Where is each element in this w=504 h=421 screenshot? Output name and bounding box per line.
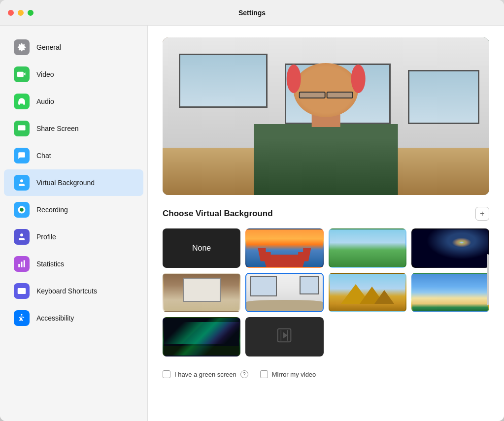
sidebar-label-general: General xyxy=(36,43,61,51)
close-button[interactable] xyxy=(8,10,14,16)
svg-point-1 xyxy=(20,179,23,182)
profile-icon xyxy=(14,229,30,245)
sidebar-item-audio[interactable]: Audio xyxy=(4,88,143,115)
settings-window: Settings General Video xyxy=(0,0,504,421)
sidebar-item-video[interactable]: Video xyxy=(4,61,143,88)
sidebar-label-accessibility: Accessibility xyxy=(36,314,74,322)
sidebar: General Video Audio xyxy=(0,26,148,421)
choose-bg-header: Choose Virtual Background + xyxy=(163,207,489,221)
bg-pyramids[interactable] xyxy=(329,273,406,312)
svg-rect-0 xyxy=(18,125,26,130)
footer-options: I have a green screen ? Mirror my video xyxy=(163,364,489,378)
bg-video-placeholder[interactable] xyxy=(245,317,323,356)
share-screen-icon xyxy=(14,121,30,136)
sidebar-label-recording: Recording xyxy=(36,206,68,214)
sidebar-label-share-screen: Share Screen xyxy=(36,125,79,132)
virtual-background-icon xyxy=(14,175,30,191)
titlebar: Settings xyxy=(0,0,504,26)
bg-space[interactable] xyxy=(411,228,489,268)
recording-icon xyxy=(14,202,30,218)
svg-rect-5 xyxy=(18,264,20,267)
bg-none[interactable]: None xyxy=(163,228,240,268)
video-play-icon xyxy=(276,327,292,346)
content-area: General Video Audio xyxy=(0,26,504,421)
video-preview-inner xyxy=(163,37,489,195)
statistics-icon xyxy=(14,256,30,272)
background-grid: None xyxy=(163,228,489,356)
maximize-button[interactable] xyxy=(28,10,34,16)
bg-office[interactable] xyxy=(245,273,323,312)
svg-point-4 xyxy=(20,233,23,236)
sidebar-item-general[interactable]: General xyxy=(4,34,143,61)
sidebar-item-virtual-background[interactable]: Virtual Background xyxy=(4,169,143,196)
sidebar-label-chat: Chat xyxy=(36,152,51,160)
sidebar-item-recording[interactable]: Recording xyxy=(4,196,143,223)
green-screen-checkbox[interactable] xyxy=(163,370,170,378)
accessibility-icon xyxy=(14,310,30,326)
svg-marker-11 xyxy=(283,332,288,338)
svg-rect-7 xyxy=(24,260,25,267)
sidebar-label-audio: Audio xyxy=(36,97,54,105)
headphones-icon xyxy=(14,94,30,109)
gear-icon xyxy=(14,39,30,55)
bg-aurora[interactable] xyxy=(163,317,240,356)
chat-icon xyxy=(14,148,30,163)
sidebar-item-chat[interactable]: Chat xyxy=(4,142,143,169)
video-preview xyxy=(163,37,489,195)
traffic-lights xyxy=(8,10,34,16)
background-grid-container: None xyxy=(163,228,489,356)
sidebar-item-statistics[interactable]: Statistics xyxy=(4,251,143,277)
sidebar-label-video: Video xyxy=(36,70,54,78)
sidebar-item-accessibility[interactable]: Accessibility xyxy=(4,305,143,331)
svg-point-9 xyxy=(21,314,23,316)
bg-whiteboard[interactable] xyxy=(163,273,240,312)
svg-rect-8 xyxy=(18,288,26,294)
green-screen-label: I have a green screen xyxy=(174,371,236,378)
help-icon[interactable]: ? xyxy=(240,370,248,378)
mirror-video-label: Mirror my video xyxy=(272,371,316,378)
scrollbar-track xyxy=(486,228,489,356)
green-screen-option: I have a green screen ? xyxy=(163,370,248,378)
main-content: Choose Virtual Background + None xyxy=(148,26,504,421)
add-icon: + xyxy=(480,209,484,218)
minimize-button[interactable] xyxy=(18,10,24,16)
bg-golden-gate[interactable] xyxy=(245,228,323,268)
sidebar-label-statistics: Statistics xyxy=(36,260,64,268)
mirror-video-checkbox[interactable] xyxy=(260,370,268,378)
keyboard-icon xyxy=(14,283,30,299)
svg-point-3 xyxy=(20,208,24,212)
choose-bg-title: Choose Virtual Background xyxy=(163,209,273,219)
sidebar-item-share-screen[interactable]: Share Screen xyxy=(4,115,143,142)
window-title: Settings xyxy=(238,9,266,17)
sidebar-item-profile[interactable]: Profile xyxy=(4,224,143,250)
sidebar-label-virtual-background: Virtual Background xyxy=(36,179,95,187)
add-background-button[interactable]: + xyxy=(475,207,489,221)
scrollbar-thumb[interactable] xyxy=(487,254,489,305)
mirror-video-option: Mirror my video xyxy=(260,370,316,378)
sidebar-item-keyboard-shortcuts[interactable]: Keyboard Shortcuts xyxy=(4,278,143,304)
sidebar-label-profile: Profile xyxy=(36,233,56,241)
bg-grass[interactable] xyxy=(329,228,406,268)
video-icon xyxy=(14,66,30,82)
svg-rect-6 xyxy=(21,262,23,267)
sidebar-label-keyboard-shortcuts: Keyboard Shortcuts xyxy=(36,287,97,295)
bg-none-label: None xyxy=(192,244,211,253)
bg-beach[interactable] xyxy=(411,273,489,312)
